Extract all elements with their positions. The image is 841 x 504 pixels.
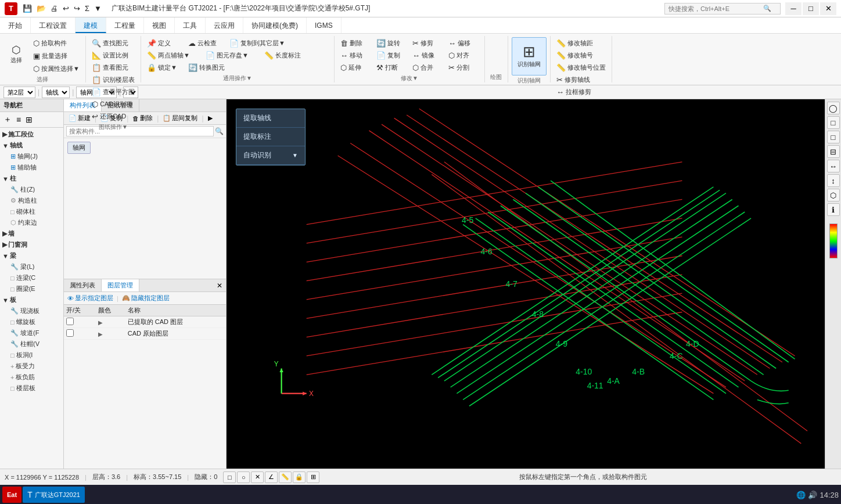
batch-select-button[interactable]: ▣ 批量选择	[31, 50, 82, 62]
qa-undo[interactable]: ↩	[61, 3, 71, 13]
sb-cross-button[interactable]: ✕	[251, 471, 264, 483]
nav-item-ringbeam[interactable]: □ 圈梁(E	[0, 283, 63, 294]
hide-layer-button[interactable]: 🙈 隐藏指定图层	[122, 294, 170, 303]
nav-item-conbeam[interactable]: □ 连梁(C	[0, 272, 63, 283]
sb-snap-button[interactable]: ⊞	[307, 471, 319, 483]
rt-box-button[interactable]: □	[827, 131, 840, 143]
delete-button[interactable]: 🗑 删除	[338, 37, 373, 49]
rt-info-button[interactable]: ℹ	[827, 203, 840, 216]
convert-element-button[interactable]: 🔄 转换图元	[186, 62, 244, 73]
qa-save[interactable]: 💾	[21, 3, 34, 13]
layer-toggle-original[interactable]	[66, 329, 74, 337]
nav-add-button[interactable]: ＋	[2, 114, 13, 125]
merge-button[interactable]: ⬡ 合并	[410, 62, 445, 73]
float-menu-extract-axis[interactable]: 提取轴线	[236, 109, 305, 128]
tab-start[interactable]: 开始	[0, 17, 31, 33]
tab-project-settings[interactable]: 工程设置	[31, 17, 76, 33]
qa-open[interactable]: 📂	[35, 3, 48, 13]
qa-print[interactable]: 🖨	[49, 3, 60, 13]
nav-group-beam-header[interactable]: ▼ 梁	[0, 250, 63, 261]
tab-collab[interactable]: 协同建模(免费)	[243, 17, 307, 33]
open-floor-plan-button[interactable]: 📄 查看平方图	[89, 86, 137, 98]
taskbar-gtj-button[interactable]: T 广联达GTJ2021	[23, 487, 85, 503]
comp-search-input[interactable]	[66, 126, 214, 136]
rotate-button[interactable]: 🔄 旋转	[374, 37, 409, 49]
view-drawing-button[interactable]: 📋 查看图元	[89, 62, 136, 73]
nav-grid-button[interactable]: ⊞	[24, 114, 34, 125]
extend-button[interactable]: ⬡ 延伸	[338, 62, 373, 73]
nav-group-construction-header[interactable]: ▶ 施工段位	[0, 129, 63, 140]
comp-layer-copy-button[interactable]: 📋 层间复制	[160, 113, 200, 123]
break-button[interactable]: ⚒ 打断	[374, 62, 409, 73]
nav-item-neg-reinf[interactable]: + 板负筋	[0, 372, 63, 383]
sb-lock-btn[interactable]: 🔒	[293, 471, 306, 483]
canvas-area[interactable]: 提取轴线 提取标注 自动识别 ▼	[227, 99, 825, 469]
two-point-aux-button[interactable]: 📏 两点辅轴▼	[145, 49, 203, 61]
define-button[interactable]: 📌 定义	[145, 37, 185, 49]
mirror-button[interactable]: ↔ 镜像	[410, 49, 445, 61]
comp-more-button[interactable]: ▶	[206, 114, 215, 123]
nav-group-slab-header[interactable]: ▼ 板	[0, 294, 63, 305]
nav-group-axis-header[interactable]: ▼ 轴线	[0, 140, 63, 151]
attr-select-button[interactable]: ⬡ 按属性选择▼	[31, 63, 82, 74]
rt-orbit-button[interactable]: ◯	[827, 102, 840, 114]
nav-item-castslab[interactable]: 🔧 现浇板	[0, 305, 63, 316]
lock-button[interactable]: 🔒 锁定▼	[145, 62, 185, 73]
rt-hex-button[interactable]: ⬡	[827, 189, 840, 201]
nav-item-spiralslab[interactable]: □ 螺旋板	[0, 316, 63, 327]
layer-expand-original[interactable]: ▶	[98, 331, 103, 337]
modify-axis-num-pos-button[interactable]: 📏 修改轴号位置	[554, 62, 608, 73]
tab-cloud[interactable]: 云应用	[206, 17, 243, 33]
modify-axis-dist-button[interactable]: 📏 修改轴距	[554, 37, 606, 49]
tab-modeling[interactable]: 建模	[76, 17, 106, 33]
qa-sum[interactable]: Σ	[83, 3, 91, 13]
float-menu-extract-label[interactable]: 提取标注	[236, 128, 305, 146]
nav-item-beam[interactable]: 🔧 梁(L)	[0, 261, 63, 272]
rt-vflip-button[interactable]: ↕	[827, 174, 840, 187]
cad-options-button[interactable]: ⬡ CAD识别项	[89, 98, 136, 110]
nav-item-auxaxis[interactable]: ⊞ 辅助轴	[0, 162, 63, 173]
length-label-button[interactable]: 📏 长度标注	[262, 49, 303, 61]
show-layer-button[interactable]: 👁 显示指定图层	[67, 294, 113, 303]
layer-toggle-extracted[interactable]	[66, 318, 74, 325]
restore-button[interactable]: □	[803, 2, 819, 15]
global-search-input[interactable]	[669, 5, 761, 12]
nav-item-floor-slab[interactable]: □ 楼层板	[0, 383, 63, 394]
tab-tools[interactable]: 工具	[175, 17, 206, 33]
box-trim-button[interactable]: ↔ 拉框修剪	[554, 86, 606, 98]
nav-item-colcap[interactable]: 🔧 柱帽(V	[0, 339, 63, 350]
pick-element-button[interactable]: ⬡ 拾取构件	[31, 37, 82, 49]
restore-cad-button[interactable]: ↩ 还原CAD	[89, 110, 136, 122]
nav-item-ramp[interactable]: 🔧 坡道(F	[0, 327, 63, 339]
qa-more[interactable]: ▼	[92, 3, 103, 13]
nav-item-masonry-col[interactable]: □ 砌体柱	[0, 206, 63, 217]
split-button[interactable]: ✂ 分割	[446, 62, 481, 73]
auto-flat-plan-button[interactable]: 📄 图元存盘▼	[203, 49, 261, 61]
copy-button[interactable]: 📄 复制	[374, 49, 409, 61]
nav-list-button[interactable]: ≡	[15, 114, 23, 125]
trim-axis-button[interactable]: ✂ 修剪轴线	[554, 74, 606, 85]
move-button[interactable]: ↔ 移动	[338, 49, 373, 61]
sb-rect-button[interactable]: □	[223, 471, 236, 483]
tab-quantity[interactable]: 工程量	[106, 17, 144, 33]
modify-axis-num-button[interactable]: 📏 修改轴号	[554, 49, 606, 61]
nav-item-constraint[interactable]: ⬡ 约束边	[0, 217, 63, 228]
nav-item-axisgrid[interactable]: ⊞ 轴网(J)	[0, 151, 63, 162]
sb-ruler-button[interactable]: 📏	[279, 471, 292, 483]
sb-circle-button[interactable]: ○	[237, 471, 250, 483]
align-button[interactable]: ⬡ 对齐	[446, 49, 481, 61]
sb-angle-button[interactable]: ∠	[265, 471, 278, 483]
rt-rect-button[interactable]: □	[827, 116, 840, 129]
layer-close-button[interactable]: ✕	[213, 280, 226, 291]
trim-button[interactable]: ✂ 修剪	[410, 37, 445, 49]
cloud-check-button[interactable]: ☁ 云检查	[186, 37, 227, 49]
id-floor-button[interactable]: 📋 识别楼层表	[89, 74, 137, 85]
nav-item-slab-hole[interactable]: □ 板洞(I	[0, 350, 63, 361]
tab-view[interactable]: 视图	[144, 17, 175, 33]
layer-tab-layers[interactable]: 图层管理	[102, 279, 139, 291]
select-button[interactable]: ⬡ 选择	[3, 37, 29, 72]
identify-axis-button[interactable]: ⊞ 识别轴网	[512, 37, 547, 75]
start-button[interactable]: Eat	[2, 487, 21, 503]
nav-group-column-header[interactable]: ▼ 柱	[0, 173, 63, 184]
rt-hflip-button[interactable]: ↔	[827, 160, 840, 172]
